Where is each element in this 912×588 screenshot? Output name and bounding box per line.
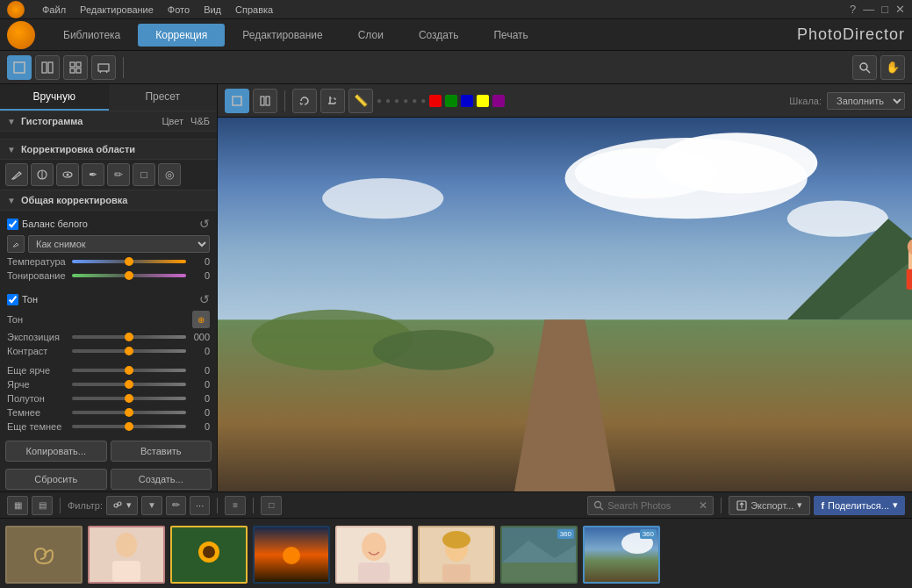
share-btn[interactable]: f Поделиться... ▾ bbox=[814, 496, 905, 515]
rotate-btn[interactable] bbox=[292, 89, 317, 113]
midtones-slider[interactable] bbox=[72, 397, 186, 400]
toning-slider[interactable] bbox=[72, 274, 186, 277]
search-input[interactable] bbox=[607, 500, 695, 511]
exposure-value: 000 bbox=[190, 332, 210, 342]
tab-print[interactable]: Печать bbox=[476, 24, 545, 47]
gradient-tool-btn[interactable] bbox=[31, 163, 54, 186]
tone-section: Тон ↺ Тон ⊕ Экспозиция 000 Контраст bbox=[0, 286, 217, 437]
menu-view[interactable]: Вид bbox=[204, 4, 221, 15]
circle-tool-btn[interactable]: ◎ bbox=[158, 163, 181, 186]
histogram-title: Гистограмма bbox=[21, 116, 83, 126]
view-fullscreen-btn[interactable] bbox=[91, 55, 116, 80]
menu-photo[interactable]: Фото bbox=[168, 4, 190, 15]
highlights-slider[interactable] bbox=[72, 369, 186, 372]
fs-sep3 bbox=[253, 498, 254, 513]
film-item-4[interactable] bbox=[253, 526, 330, 584]
view-type-btn[interactable]: □ bbox=[261, 496, 282, 515]
film-item-5[interactable] bbox=[335, 526, 413, 584]
general-correction-header[interactable]: ▼ Общая корректировка bbox=[0, 190, 217, 211]
white-balance-reset[interactable]: ↺ bbox=[199, 217, 210, 231]
correction-area-arrow: ▼ bbox=[7, 145, 16, 154]
menu-edit[interactable]: Редактирование bbox=[80, 4, 154, 15]
color-green[interactable] bbox=[445, 95, 457, 107]
pen2-tool-btn[interactable]: ✏ bbox=[107, 163, 130, 186]
maximize-btn[interactable]: □ bbox=[881, 3, 888, 16]
scale-select[interactable]: Заполнить bbox=[827, 92, 905, 110]
help-btn[interactable]: ? bbox=[850, 3, 856, 16]
blacks-slider[interactable] bbox=[72, 425, 186, 428]
filter-more-btn[interactable]: ··· bbox=[190, 496, 210, 515]
contrast-slider[interactable] bbox=[72, 349, 186, 353]
brush-tool-btn[interactable] bbox=[5, 163, 28, 186]
view-split-btn[interactable] bbox=[35, 55, 60, 80]
film-item-3[interactable] bbox=[170, 526, 248, 584]
crop-btn[interactable] bbox=[320, 89, 345, 113]
tone-target-btn[interactable]: ⊕ bbox=[192, 311, 210, 328]
close-btn[interactable]: ✕ bbox=[895, 3, 905, 16]
tone-reset[interactable]: ↺ bbox=[199, 292, 210, 306]
histogram-bw-mode[interactable]: Ч&Б bbox=[190, 116, 210, 126]
eye-tool-btn[interactable] bbox=[56, 163, 79, 186]
fs-sep1 bbox=[60, 498, 61, 513]
white-balance-header: Баланс белого ↺ bbox=[0, 214, 217, 233]
create-btn[interactable]: Создать... bbox=[111, 469, 212, 490]
shadows-slider[interactable] bbox=[72, 411, 186, 414]
svg-rect-46 bbox=[112, 561, 140, 582]
tab-manual[interactable]: Вручную bbox=[0, 84, 109, 111]
svg-line-41 bbox=[600, 506, 604, 510]
whites-slider[interactable] bbox=[72, 383, 186, 386]
tab-library[interactable]: Библиотека bbox=[46, 24, 138, 47]
view-single-btn[interactable] bbox=[7, 55, 32, 80]
histogram-color-mode[interactable]: Цвет bbox=[162, 116, 183, 126]
panorama-image bbox=[218, 118, 912, 491]
menu-file[interactable]: Файл bbox=[42, 4, 66, 15]
minimize-btn[interactable]: — bbox=[863, 3, 874, 16]
tab-preset[interactable]: Пресет bbox=[109, 84, 218, 111]
pen-tool-btn[interactable]: ✒ bbox=[82, 163, 104, 186]
color-red[interactable] bbox=[429, 95, 442, 107]
pan-btn[interactable]: ✋ bbox=[880, 55, 905, 80]
histogram-header[interactable]: ▼ Гистограмма Цвет Ч&Б bbox=[0, 111, 217, 132]
filter-all-btn[interactable]: ▾ bbox=[106, 496, 138, 515]
reset-btn[interactable]: Сбросить bbox=[5, 469, 107, 490]
film-item-2[interactable] bbox=[88, 526, 165, 584]
svg-point-40 bbox=[595, 501, 601, 507]
svg-point-27 bbox=[322, 178, 443, 219]
film-item-7[interactable]: 360 bbox=[500, 526, 578, 584]
view-mode-btn2[interactable] bbox=[253, 89, 277, 113]
film-item-6[interactable] bbox=[418, 526, 495, 584]
fs-grid-btn[interactable]: ▦ bbox=[7, 496, 28, 515]
export-btn[interactable]: Экспорт... ▾ bbox=[729, 496, 810, 515]
filter-edit-btn[interactable]: ✏ bbox=[166, 496, 186, 515]
correction-area-header[interactable]: ▼ Корректировка области bbox=[0, 139, 217, 160]
color-yellow[interactable] bbox=[477, 95, 489, 107]
fs-list-btn[interactable]: ▤ bbox=[32, 496, 53, 515]
white-balance-checkbox[interactable] bbox=[7, 219, 18, 230]
wb-eyedropper[interactable] bbox=[7, 235, 25, 253]
tab-correction[interactable]: Коррекция bbox=[138, 24, 225, 47]
zoom-btn[interactable] bbox=[852, 55, 877, 80]
paste-btn[interactable]: Вставить bbox=[111, 441, 212, 462]
rect-tool-btn[interactable]: □ bbox=[133, 163, 155, 186]
sort-btn[interactable]: ≡ bbox=[225, 496, 246, 515]
search-clear-btn[interactable]: ✕ bbox=[699, 499, 707, 512]
exposure-slider[interactable] bbox=[72, 335, 186, 339]
color-blue[interactable] bbox=[461, 95, 473, 107]
view-mode-btn1[interactable] bbox=[225, 89, 249, 113]
filter-flag-btn[interactable]: ▼ bbox=[141, 496, 162, 515]
scale-label: Шкала: bbox=[789, 96, 822, 106]
film-item-8[interactable]: 360 bbox=[583, 526, 660, 584]
temperature-slider[interactable] bbox=[72, 260, 186, 263]
wb-preset-select[interactable]: Как снимок bbox=[28, 235, 210, 253]
tone-sublabel: Тон bbox=[7, 314, 68, 325]
tab-edit[interactable]: Редактирование bbox=[225, 24, 340, 47]
tone-checkbox[interactable] bbox=[7, 294, 18, 305]
tab-create[interactable]: Создать bbox=[401, 24, 477, 47]
tab-layers[interactable]: Слои bbox=[341, 24, 401, 47]
menu-help[interactable]: Справка bbox=[235, 4, 273, 15]
film-item-1[interactable] bbox=[5, 526, 83, 584]
measure-btn[interactable]: 📏 bbox=[348, 89, 373, 113]
color-purple[interactable] bbox=[492, 95, 505, 107]
copy-btn[interactable]: Копировать... bbox=[5, 441, 107, 462]
view-grid-btn[interactable] bbox=[63, 55, 88, 80]
